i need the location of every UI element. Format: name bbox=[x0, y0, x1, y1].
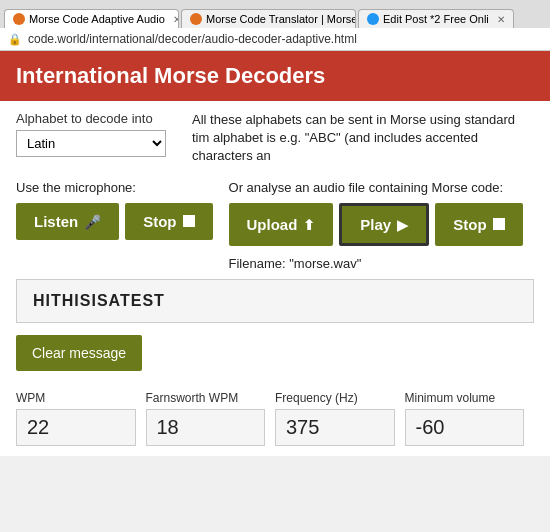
page-header: International Morse Decoders bbox=[0, 51, 550, 101]
listen-label: Listen bbox=[34, 213, 78, 230]
stats-row: WPM 22 Farnsworth WPM 18 Frequency (Hz) … bbox=[16, 391, 534, 446]
tab-2[interactable]: Morse Code Translator | Morse C ✕ bbox=[181, 9, 356, 28]
stat-min-volume: Minimum volume -60 bbox=[405, 391, 535, 446]
clear-message-button[interactable]: Clear message bbox=[16, 335, 142, 371]
top-info: Alphabet to decode into Latin All these … bbox=[16, 111, 534, 166]
tab-label-2: Morse Code Translator | Morse C bbox=[206, 13, 356, 25]
audio-btn-row: Upload Play Stop bbox=[229, 203, 534, 246]
audio-stop-button[interactable]: Stop bbox=[435, 203, 522, 246]
alphabet-select[interactable]: Latin bbox=[16, 130, 166, 157]
page-title: International Morse Decoders bbox=[16, 63, 534, 89]
play-icon bbox=[397, 216, 408, 233]
mic-icon bbox=[84, 213, 101, 230]
upload-label: Upload bbox=[247, 216, 298, 233]
mic-stop-label: Stop bbox=[143, 213, 176, 230]
microphone-stop-button[interactable]: Stop bbox=[125, 203, 212, 240]
upload-button[interactable]: Upload bbox=[229, 203, 334, 246]
stat-wpm-value: 22 bbox=[16, 409, 136, 446]
content-area: Alphabet to decode into Latin All these … bbox=[0, 101, 550, 456]
stat-min-volume-value: -60 bbox=[405, 409, 525, 446]
stop-square-icon bbox=[183, 215, 195, 227]
browser-tabs: Morse Code Adaptive Audio ✕ Morse Code T… bbox=[0, 0, 550, 28]
description-text: All these alphabets can be sent in Morse… bbox=[192, 111, 534, 166]
description-area: All these alphabets can be sent in Morse… bbox=[176, 111, 534, 166]
upload-icon bbox=[303, 216, 315, 233]
tab-favicon-1 bbox=[13, 13, 25, 25]
microphone-btn-row: Listen Stop bbox=[16, 203, 213, 240]
stat-frequency-label: Frequency (Hz) bbox=[275, 391, 395, 405]
tab-favicon-2 bbox=[190, 13, 202, 25]
controls-row: Use the microphone: Listen Stop Or analy… bbox=[16, 172, 534, 279]
stat-wpm-label: WPM bbox=[16, 391, 136, 405]
stat-min-volume-label: Minimum volume bbox=[405, 391, 525, 405]
play-label: Play bbox=[360, 216, 391, 233]
stat-farnsworth-value: 18 bbox=[146, 409, 266, 446]
microphone-label: Use the microphone: bbox=[16, 180, 213, 195]
alphabet-select-wrap: Latin bbox=[16, 130, 176, 157]
audio-stop-label: Stop bbox=[453, 216, 486, 233]
tab-favicon-3 bbox=[367, 13, 379, 25]
listen-button[interactable]: Listen bbox=[16, 203, 119, 240]
tab-close-1[interactable]: ✕ bbox=[173, 14, 179, 25]
decoded-message-box: HITHISISATEST bbox=[16, 279, 534, 323]
decoded-text: HITHISISATEST bbox=[33, 292, 165, 309]
stat-wpm: WPM 22 bbox=[16, 391, 146, 446]
audio-label: Or analyse an audio file containing Mors… bbox=[229, 180, 534, 195]
tab-label-1: Morse Code Adaptive Audio bbox=[29, 13, 165, 25]
page-content: International Morse Decoders Alphabet to… bbox=[0, 51, 550, 456]
microphone-section: Use the microphone: Listen Stop bbox=[16, 172, 213, 279]
tab-label-3: Edit Post *2 Free Onli bbox=[383, 13, 489, 25]
audio-stop-square-icon bbox=[493, 218, 505, 230]
tab-3[interactable]: Edit Post *2 Free Onli ✕ bbox=[358, 9, 514, 28]
alphabet-label: Alphabet to decode into bbox=[16, 111, 176, 126]
tab-1[interactable]: Morse Code Adaptive Audio ✕ bbox=[4, 9, 179, 28]
tab-close-3[interactable]: ✕ bbox=[497, 14, 505, 25]
stat-farnsworth: Farnsworth WPM 18 bbox=[146, 391, 276, 446]
address-bar: 🔒 code.world/international/decoder/audio… bbox=[0, 28, 550, 51]
stat-frequency: Frequency (Hz) 375 bbox=[275, 391, 405, 446]
play-button[interactable]: Play bbox=[339, 203, 429, 246]
stat-farnsworth-label: Farnsworth WPM bbox=[146, 391, 266, 405]
filename-text: Filename: "morse.wav" bbox=[229, 256, 362, 271]
filename-row: Filename: "morse.wav" bbox=[229, 256, 534, 271]
stat-frequency-value: 375 bbox=[275, 409, 395, 446]
alphabet-section: Alphabet to decode into Latin bbox=[16, 111, 176, 166]
lock-icon: 🔒 bbox=[8, 33, 22, 46]
audio-section: Or analyse an audio file containing Mors… bbox=[229, 172, 534, 279]
address-text[interactable]: code.world/international/decoder/audio-d… bbox=[28, 32, 357, 46]
